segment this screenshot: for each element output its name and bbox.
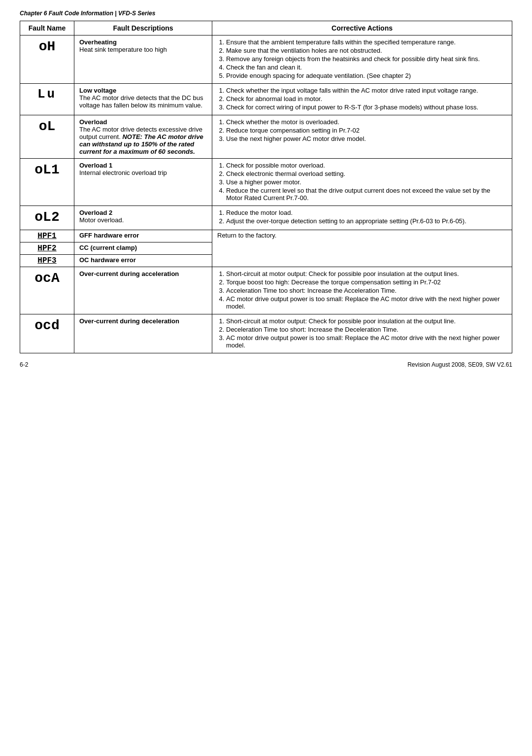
fault-desc-ol1: Overload 1 Internal electronic overload …	[74, 159, 212, 206]
fault-symbol-ol: oL	[20, 115, 74, 159]
fault-desc-oh: Overheating Heat sink temperature too hi…	[74, 35, 212, 84]
corrective-hpf: Return to the factory.	[212, 230, 512, 267]
table-row: oL1 Overload 1 Internal electronic overl…	[20, 159, 512, 206]
fault-desc-ol2: Overload 2 Motor overload.	[74, 206, 212, 230]
col-header-corrective: Corrective Actions	[212, 21, 512, 35]
table-row: oL Overload The AC motor drive detects e…	[20, 115, 512, 159]
fault-symbol-ol1: oL1	[20, 159, 74, 206]
table-row-hpf1: HPF1 GFF hardware error Return to the fa…	[20, 230, 512, 242]
fault-desc-hpf1: GFF hardware error	[74, 230, 212, 242]
fault-symbol-ol2: oL2	[20, 206, 74, 230]
corrective-ol: Check whether the motor is overloaded. R…	[212, 115, 512, 159]
table-row: Lu Low voltage The AC motor drive detect…	[20, 84, 512, 115]
fault-desc-hpf3: OC hardware error	[74, 254, 212, 267]
corrective-ol1: Check for possible motor overload. Check…	[212, 159, 512, 206]
table-row: oL2 Overload 2 Motor overload. Reduce th…	[20, 206, 512, 230]
fault-table: Fault Name Fault Descriptions Corrective…	[20, 21, 512, 353]
fault-symbol-hpf1: HPF1	[20, 230, 74, 242]
corrective-ocd: Short-circuit at motor output: Check for…	[212, 314, 512, 353]
fault-desc-oca: Over-current during acceleration	[74, 267, 212, 314]
corrective-lu: Check whether the input voltage falls wi…	[212, 84, 512, 115]
footer: 6-2 Revision August 2008, SE09, SW V2.61	[20, 361, 512, 368]
table-row: ocd Over-current during deceleration Sho…	[20, 314, 512, 353]
fault-symbol-ocd: ocd	[20, 314, 74, 353]
fault-symbol-oh: oH	[20, 35, 74, 84]
fault-symbol-hpf3: HPF3	[20, 254, 74, 267]
table-row: ocA Over-current during acceleration Sho…	[20, 267, 512, 314]
col-header-fault-desc: Fault Descriptions	[74, 21, 212, 35]
fault-desc-ol: Overload The AC motor drive detects exce…	[74, 115, 212, 159]
fault-desc-ocd: Over-current during deceleration	[74, 314, 212, 353]
revision-info: Revision August 2008, SE09, SW V2.61	[407, 361, 512, 368]
fault-desc-lu: Low voltage The AC motor drive detects t…	[74, 84, 212, 115]
fault-desc-hpf2: CC (current clamp)	[74, 242, 212, 254]
fault-symbol-oca: ocA	[20, 267, 74, 314]
corrective-oca: Short-circuit at motor output: Check for…	[212, 267, 512, 314]
col-header-fault-name: Fault Name	[20, 21, 74, 35]
page-number: 6-2	[20, 361, 28, 368]
fault-symbol-lu: Lu	[20, 84, 74, 115]
chapter-header: Chapter 6 Fault Code Information | VFD-S…	[20, 10, 512, 17]
table-row: oH Overheating Heat sink temperature too…	[20, 35, 512, 84]
corrective-ol2: Reduce the motor load. Adjust the over-t…	[212, 206, 512, 230]
fault-symbol-hpf2: HPF2	[20, 242, 74, 254]
corrective-oh: Ensure that the ambient temperature fall…	[212, 35, 512, 84]
